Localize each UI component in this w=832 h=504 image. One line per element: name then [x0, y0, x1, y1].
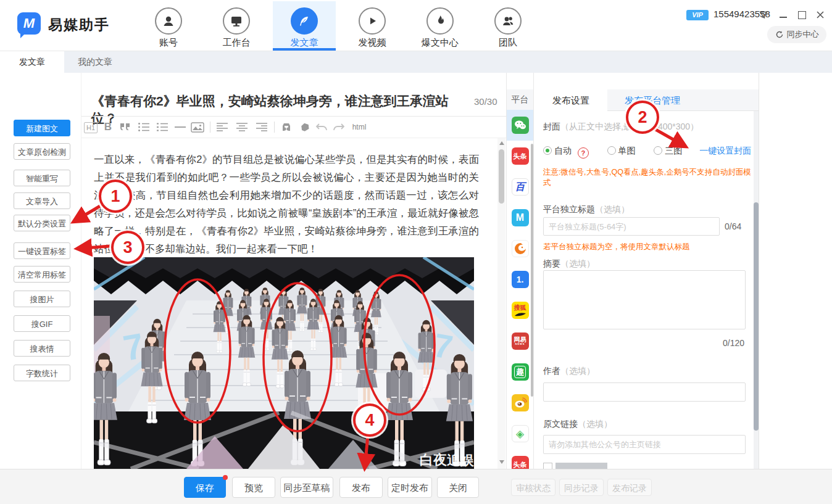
preview-button[interactable]: 预览 [232, 477, 275, 498]
scheduled-publish-button[interactable]: 定时发布 [388, 477, 432, 498]
sidebar-search-emoji-button[interactable]: 搜表情 [14, 340, 70, 357]
sync-center-button[interactable]: 同步中心 [767, 26, 826, 43]
sidebar-smart-rewrite-button[interactable]: 智能重写 [14, 170, 70, 186]
platform-qutoutiao[interactable]: 趣 [507, 357, 533, 387]
summary-label: 摘要（选填） [543, 258, 595, 270]
nav-item-publish-video[interactable]: 发视频 [341, 1, 404, 51]
nav-item-workbench[interactable]: 工作台 [205, 1, 268, 51]
align-center-tool[interactable] [235, 120, 249, 134]
blockquote-tool[interactable] [118, 120, 133, 134]
indep-title-label: 平台独立标题（选填） [543, 204, 630, 215]
platform-rail-header: 平台 [507, 89, 533, 110]
netease-icon: 网易 NEWS [512, 333, 529, 350]
tab-publish-settings[interactable]: 发布设置 [535, 89, 607, 111]
help-icon[interactable]: ? [578, 147, 589, 159]
tab-publish-article[interactable]: 发文章 [0, 51, 64, 73]
filter-dropdown-icon[interactable] [757, 9, 770, 21]
undo-tool[interactable] [314, 120, 329, 134]
baijiahao-icon: 百 [512, 178, 529, 196]
sidebar-word-count-button[interactable]: 字数统计 [14, 365, 70, 381]
h1-tool[interactable]: H1 [84, 122, 98, 133]
platform-green-diamond[interactable]: ◈ [507, 418, 533, 449]
platform-toutiao[interactable]: 头条 [507, 141, 533, 171]
source-link-input[interactable] [543, 435, 746, 454]
horizontal-rule-tool[interactable] [173, 120, 188, 134]
vip-badge: VIP [686, 10, 709, 20]
clipped-checkbox[interactable] [543, 463, 552, 469]
app-logo-icon: M [17, 12, 41, 35]
m-platform-icon: M [512, 209, 529, 226]
radio-single-image[interactable]: 单图 [607, 146, 636, 155]
platform-m[interactable]: M [507, 202, 533, 233]
bold-tool[interactable]: B [101, 120, 115, 134]
platform-sohu[interactable]: 搜狐 [507, 295, 533, 326]
sidebar-search-image-button[interactable]: 搜图片 [14, 291, 70, 307]
annotation-step-3: 3 [111, 231, 144, 264]
platform-baijiahao[interactable]: 百 [507, 171, 533, 202]
one-key-cover-link[interactable]: 一键设置封面 [699, 146, 751, 155]
align-left-tool[interactable] [215, 120, 230, 134]
format-eraser-tool[interactable] [297, 120, 312, 134]
cover-options: 自动 ? 单图 三图 一键设置封面 [543, 146, 751, 159]
top-header: M 易媒助手 账号 工作台 发文章 发视频 [0, 0, 832, 51]
sidebar-new-article-button[interactable]: 新建图文 [14, 120, 70, 136]
nav-item-account[interactable]: 账号 [137, 1, 200, 51]
sidebar-default-category-button[interactable]: 默认分类设置 [14, 215, 70, 231]
feather-icon [291, 7, 318, 35]
align-right-tool[interactable] [254, 120, 269, 134]
editor-scrollbar-thumb[interactable] [499, 149, 504, 204]
nav-item-publish-article[interactable]: 发文章 [273, 1, 336, 51]
platform-yidianzixun[interactable]: 1. [507, 264, 533, 295]
platform-netease[interactable]: 网易 NEWS [507, 326, 533, 357]
clipped-checkbox-label [555, 463, 607, 469]
indep-title-input[interactable] [543, 217, 720, 236]
nav-item-team[interactable]: 团队 [476, 1, 539, 51]
team-icon [494, 7, 522, 35]
sync-record-button: 同步记录 [559, 479, 604, 496]
close-icon[interactable] [813, 9, 827, 21]
platform-dayu[interactable] [507, 233, 533, 264]
platform-rail-scrollbar[interactable] [531, 144, 533, 397]
nav-item-hot-center[interactable]: 爆文中心 [409, 1, 472, 51]
toutiao-icon: 头条 [512, 147, 529, 165]
title-char-counter: 30/30 [474, 96, 497, 107]
find-replace-tool[interactable] [279, 120, 294, 134]
flame-icon [426, 7, 454, 35]
author-input[interactable] [543, 382, 746, 402]
close-button[interactable]: 关闭 [437, 477, 479, 498]
panel-scrollbar-thumb[interactable] [754, 202, 759, 431]
html-source-tool[interactable]: html [349, 120, 370, 134]
platform-wechat[interactable] [507, 110, 533, 141]
radio-auto[interactable]: 自动 [543, 146, 572, 155]
summary-textarea[interactable] [543, 270, 746, 329]
platform-toutiao-2[interactable]: 头条 [507, 449, 533, 469]
publish-button[interactable]: 发布 [339, 477, 383, 498]
yidianzixun-icon: 1. [512, 271, 529, 288]
source-link-label: 原文链接（选填） [543, 418, 612, 430]
sidebar-clear-tags-button[interactable]: 清空常用标签 [14, 266, 70, 283]
dayu-fish-icon [512, 240, 529, 257]
radio-three-images[interactable]: 三图 [654, 146, 682, 155]
sidebar-article-import-button[interactable]: 文章导入 [14, 192, 70, 209]
minimize-icon[interactable] [776, 9, 790, 21]
insert-image-tool[interactable] [190, 120, 205, 134]
article-body-editor[interactable]: 一直以来，《青春有你2》的节目组总是被说偏心某些学员，但是其实有的时候，表面上并… [94, 151, 479, 258]
sidebar-search-gif-button[interactable]: 搜GIF [14, 315, 70, 332]
sync-to-draft-button[interactable]: 同步至草稿 [280, 477, 333, 498]
scroll-down-icon[interactable] [499, 460, 504, 464]
ordered-list-tool[interactable] [136, 120, 151, 134]
sidebar-originality-check-button[interactable]: 文章原创检测 [14, 143, 70, 160]
toutiao-2-icon: 头条 [512, 456, 529, 469]
sidebar-one-key-tags-button[interactable]: 一键设置标签 [14, 242, 70, 259]
sohu-icon: 搜狐 [512, 302, 529, 319]
wechat-icon [512, 117, 529, 134]
scroll-up-icon[interactable] [499, 141, 504, 145]
save-button[interactable]: 保存 [184, 477, 226, 498]
annotation-step-2: 2 [626, 101, 659, 134]
tab-my-articles[interactable]: 我的文章 [64, 51, 126, 73]
maximize-icon[interactable] [795, 9, 809, 21]
unordered-list-tool[interactable] [155, 120, 170, 134]
refresh-icon [775, 30, 784, 39]
redo-tool[interactable] [331, 120, 346, 134]
platform-weibo[interactable] [507, 387, 533, 418]
